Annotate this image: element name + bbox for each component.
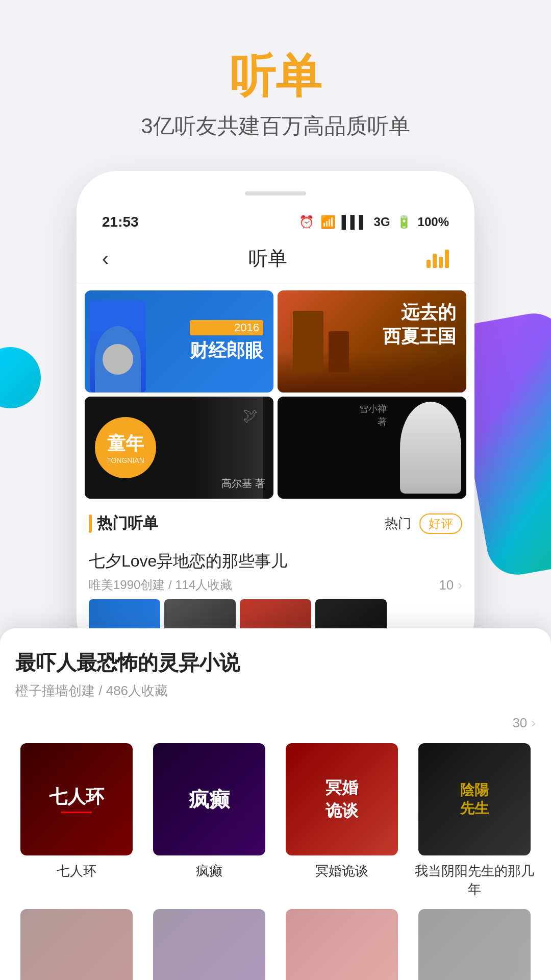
finance-title: 财经郎眼 xyxy=(190,338,263,363)
bar3 xyxy=(439,257,443,268)
battery-level: 100% xyxy=(418,215,449,229)
battery-icon: 🔋 xyxy=(396,215,412,229)
bottom-card-title: 最吓人最恐怖的灵异小说 xyxy=(15,649,536,677)
book-cover-partial-4 xyxy=(418,909,531,980)
finance-text: 2016 财经郎眼 xyxy=(180,290,273,393)
book-card-poetry[interactable]: 那莲那禅那光阴 雪小禅著 xyxy=(278,397,466,499)
book-item-4[interactable]: 陰陽先生 我当阴阳先生的那几年 xyxy=(413,743,536,899)
book-card-childhood[interactable]: 🕊 童年 TONGNIAN 高尔基 著 xyxy=(85,397,273,499)
status-time: 21:53 xyxy=(102,214,139,230)
book-item-partial-1 xyxy=(15,909,138,980)
bottom-card: 最吓人最恐怖的灵异小说 橙子撞墙创建 / 486人收藏 30 › 七人环 七人环… xyxy=(0,628,551,980)
book-cover-4: 陰陽先生 xyxy=(418,743,531,855)
childhood-author: 高尔基 著 xyxy=(221,477,265,491)
book-item-partial-2 xyxy=(148,909,270,980)
arrow-icon-2: › xyxy=(531,715,536,731)
cover-decoration-1 xyxy=(61,812,92,813)
book-item-partial-3 xyxy=(281,909,403,980)
bar1 xyxy=(427,260,431,268)
poetry-person xyxy=(395,397,466,499)
network-icon: 3G xyxy=(374,215,390,229)
desert-text-overlay: 远去的西夏王国 xyxy=(278,290,466,393)
playlist-title-1: 七夕Love异地恋的那些事儿 xyxy=(89,550,462,573)
phone-mockup: 21:53 ⏰ 📶 ▌▌▌ 3G 🔋 100% ‹ 听单 xyxy=(77,171,474,659)
bottom-card-meta: 橙子撞墙创建 / 486人收藏 xyxy=(15,682,536,700)
page-title: 听单 xyxy=(0,51,551,102)
book-cover-text-3: 冥婚诡谈 xyxy=(325,776,358,822)
childhood-title-cn: 童年 xyxy=(107,431,144,456)
book-name-4: 我当阴阳先生的那几年 xyxy=(413,862,536,899)
hot-tab-hot[interactable]: 热门 xyxy=(385,514,411,532)
book-cover-text-4: 陰陽先生 xyxy=(460,781,489,818)
book-cover-partial-2 xyxy=(153,909,265,980)
book-card-desert[interactable]: 远去的西夏王国 xyxy=(278,290,466,393)
playlist-sub-1: 唯美1990创建 / 114人收藏 xyxy=(89,577,232,593)
hot-label: 热门听单 xyxy=(89,513,158,534)
book-item-2[interactable]: 疯癫 疯癫 xyxy=(148,743,270,899)
playlist-count-1: 10 › xyxy=(439,577,462,593)
book-item-partial-4 xyxy=(413,909,536,980)
book-card-finance[interactable]: 2016 财经郎眼 xyxy=(85,290,273,393)
book-cover-text-1: 七人环 xyxy=(49,786,104,807)
book-cover-text-2: 疯癫 xyxy=(189,786,230,814)
book-list-row: 七人环 七人环 疯癫 疯癫 冥婚诡谈 冥婚诡谈 陰陽先生 我当阴阳先生的那几年 xyxy=(15,743,536,899)
alarm-icon: ⏰ xyxy=(299,215,314,229)
status-bar: 21:53 ⏰ 📶 ▌▌▌ 3G 🔋 100% xyxy=(77,206,474,235)
person-image xyxy=(90,301,146,393)
chart-icon[interactable] xyxy=(427,250,449,268)
bar4 xyxy=(445,250,449,268)
playlist-meta-1: 唯美1990创建 / 114人收藏 10 › xyxy=(89,577,462,593)
signal-icon: ▌▌▌ xyxy=(342,215,368,229)
childhood-circle: 童年 TONGNIAN xyxy=(95,417,156,478)
book-cover-2: 疯癫 xyxy=(153,743,265,855)
header-section: 听单 3亿听友共建百万高品质听单 xyxy=(0,0,551,171)
book-name-1: 七人环 xyxy=(57,862,96,880)
hot-label-text: 热门听单 xyxy=(97,513,158,534)
page-subtitle: 3亿听友共建百万高品质听单 xyxy=(0,112,551,140)
nav-title: 听单 xyxy=(248,246,287,272)
status-icons: ⏰ 📶 ▌▌▌ 3G 🔋 100% xyxy=(299,215,449,229)
book-cover-3: 冥婚诡谈 xyxy=(286,743,398,855)
hot-bar-indicator xyxy=(89,514,92,533)
bar2 xyxy=(433,254,437,268)
poetry-label: 雪小禅著 xyxy=(359,403,387,428)
book-cover-partial-3 xyxy=(286,909,398,980)
phone-speaker xyxy=(245,191,306,195)
back-button[interactable]: ‹ xyxy=(102,247,109,270)
book-cover-1: 七人环 xyxy=(20,743,133,855)
finance-year: 2016 xyxy=(190,320,263,335)
book-list-row-partial xyxy=(15,909,536,980)
hot-tabs: 热门 好评 xyxy=(385,513,462,534)
hot-tab-badge[interactable]: 好评 xyxy=(419,513,462,534)
book-grid: 2016 财经郎眼 远去的西夏王国 🕊 xyxy=(77,282,474,503)
bird-icon: 🕊 xyxy=(243,407,258,424)
arrow-icon-1: › xyxy=(458,577,462,593)
book-name-2: 疯癫 xyxy=(196,862,222,880)
book-cover-partial-1 xyxy=(20,909,133,980)
nav-bar: ‹ 听单 xyxy=(77,235,474,282)
wifi-icon: 📶 xyxy=(320,215,336,229)
desert-title: 远去的西夏王国 xyxy=(383,301,456,349)
hot-header: 热门听单 热门 好评 xyxy=(89,513,462,534)
bottom-card-count: 30 › xyxy=(512,715,536,731)
book-item-1[interactable]: 七人环 七人环 xyxy=(15,743,138,899)
book-item-3[interactable]: 冥婚诡谈 冥婚诡谈 xyxy=(281,743,403,899)
book-name-3: 冥婚诡谈 xyxy=(315,862,368,880)
childhood-title-en: TONGNIAN xyxy=(107,456,144,464)
bottom-card-count-row: 30 › xyxy=(15,715,536,731)
